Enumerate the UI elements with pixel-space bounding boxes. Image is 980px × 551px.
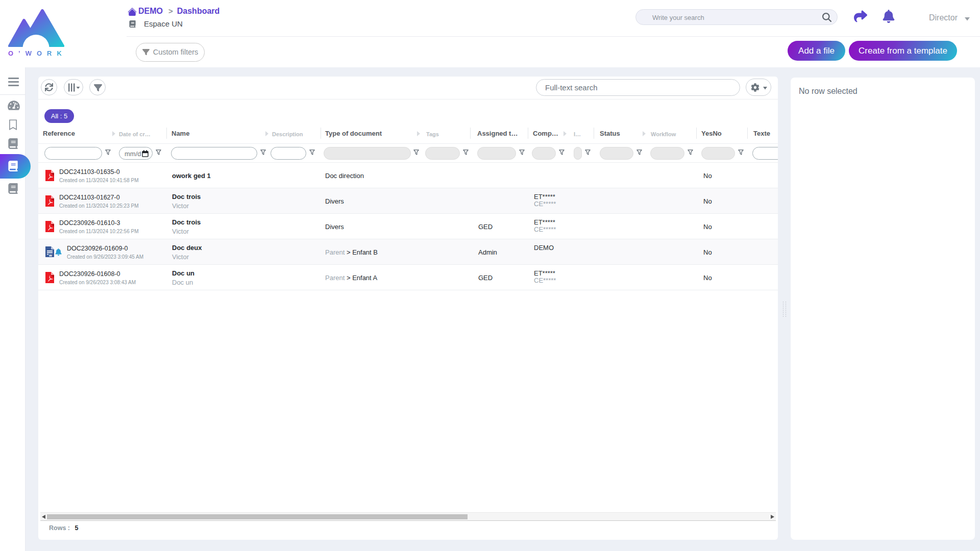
svg-text:w: w (48, 253, 52, 258)
